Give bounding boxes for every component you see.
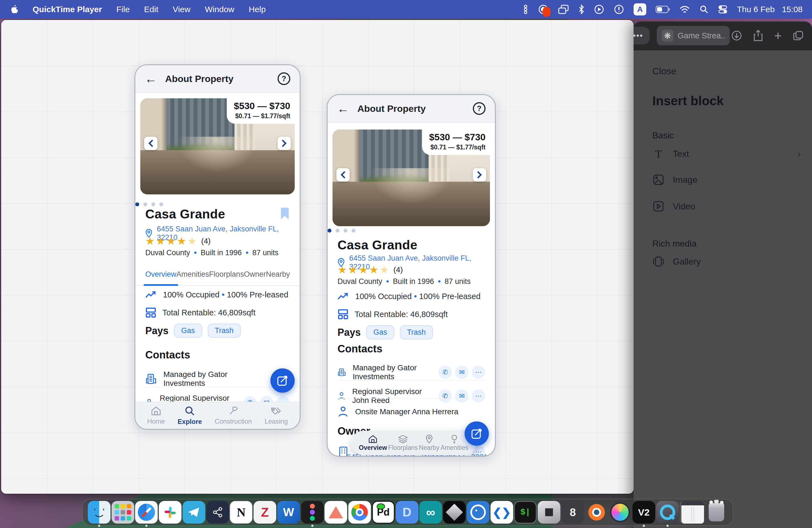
insert-item-image[interactable]: Image: [652, 174, 801, 186]
dock-blue-dev-app[interactable]: D: [396, 501, 418, 524]
dock-rhino-8[interactable]: 8: [562, 501, 584, 524]
dock-notion[interactable]: N: [230, 501, 252, 524]
bluetooth-icon[interactable]: [578, 3, 584, 15]
contact-row-onsite[interactable]: Onsite Manager Anna Herrera: [337, 406, 485, 417]
compose-fab-button[interactable]: [465, 421, 489, 446]
dock-telegram[interactable]: [183, 501, 205, 524]
menu-file[interactable]: File: [116, 5, 130, 14]
tab-nearby[interactable]: Nearby: [266, 270, 290, 280]
tab-owner[interactable]: Owner: [244, 270, 266, 280]
carousel-prev-button[interactable]: [336, 168, 350, 181]
carousel-prev-button[interactable]: [144, 137, 157, 150]
call-icon[interactable]: ✆: [439, 390, 452, 402]
apple-icon[interactable]: [11, 3, 18, 15]
carousel-dots[interactable]: [135, 202, 163, 206]
dock-trash[interactable]: [705, 501, 728, 524]
dock-word[interactable]: W: [277, 501, 300, 524]
wifi-icon[interactable]: [679, 3, 690, 15]
dock-chrome[interactable]: [348, 501, 371, 524]
price-overlay: $530 — $730 $0.71 — $1.77/sqft: [422, 130, 490, 155]
chip-trash[interactable]: Trash: [208, 324, 241, 338]
menu-app-name[interactable]: QuickTime Player: [33, 5, 102, 14]
input-source-icon[interactable]: A: [634, 3, 646, 15]
dock-design-app[interactable]: [324, 501, 347, 524]
menu-edit[interactable]: Edit: [144, 5, 159, 14]
compose-fab-button[interactable]: [271, 368, 295, 393]
figma-status-icon[interactable]: [523, 3, 528, 15]
carousel-next-button[interactable]: [278, 137, 291, 150]
browser-tab[interactable]: ❋ Game Strea...: [657, 26, 730, 45]
dock-gradient-orb-app[interactable]: [609, 501, 632, 524]
dock-minimized-window[interactable]: [681, 501, 704, 524]
carousel-next-button[interactable]: [473, 168, 486, 181]
more-actions-icon[interactable]: ⋯: [472, 390, 485, 402]
back-arrow-icon[interactable]: ←: [337, 102, 349, 115]
menu-window[interactable]: Window: [205, 5, 234, 14]
dock-pure-data[interactable]: Pd: [372, 501, 395, 524]
dock-sphere-app[interactable]: [467, 501, 489, 524]
back-arrow-icon[interactable]: ←: [145, 73, 157, 85]
nav-explore[interactable]: Explore: [178, 406, 202, 426]
chip-trash[interactable]: Trash: [400, 325, 433, 339]
chip-gas[interactable]: Gas: [174, 324, 202, 338]
nav-overview[interactable]: Overview: [359, 435, 387, 452]
nav-amenities[interactable]: Amenities: [440, 435, 468, 452]
dock-unity[interactable]: [538, 501, 561, 524]
dock-prism-app[interactable]: [443, 501, 466, 524]
screen-recording-icon[interactable]: [538, 3, 549, 15]
dock-terminal[interactable]: $|: [514, 501, 537, 524]
play-status-icon[interactable]: [594, 3, 604, 15]
downloads-icon[interactable]: [731, 30, 742, 42]
dock-slack[interactable]: [159, 501, 182, 524]
carousel-dots[interactable]: [328, 229, 356, 233]
design-canvas[interactable]: ← About Property ? $530 — $730 $0.71 — $…: [1, 20, 634, 494]
mail-icon[interactable]: ✉: [455, 366, 468, 379]
dock-finder[interactable]: [88, 501, 111, 524]
menu-clock[interactable]: Thu 6 Feb 15:08: [737, 5, 802, 14]
nav-home[interactable]: Home: [147, 406, 165, 425]
share-icon[interactable]: [753, 30, 763, 42]
nav-leasing[interactable]: Leasing: [265, 406, 288, 425]
more-actions-icon[interactable]: ⋯: [472, 366, 485, 379]
help-icon[interactable]: ?: [473, 102, 485, 115]
display-mirroring-icon[interactable]: [558, 3, 569, 15]
tab-switcher-icon[interactable]: [793, 30, 804, 42]
chip-gas[interactable]: Gas: [366, 325, 394, 339]
bookmark-icon[interactable]: [280, 207, 290, 221]
tab-overview[interactable]: Overview: [145, 270, 176, 280]
tab-floorplans[interactable]: Floorplans: [209, 270, 244, 280]
call-icon[interactable]: ✆: [439, 366, 452, 379]
tab-overflow-button[interactable]: •••: [634, 27, 650, 44]
close-link[interactable]: Close: [652, 66, 677, 76]
insert-item-gallery[interactable]: Gallery: [652, 256, 801, 267]
dock-safari[interactable]: [135, 501, 158, 524]
nav-nearby[interactable]: Nearby: [419, 435, 439, 452]
dock-graph-app[interactable]: [206, 501, 229, 524]
dock-launchpad[interactable]: [112, 501, 134, 524]
tab-amenities[interactable]: Amenities: [176, 270, 209, 280]
nav-floorplans[interactable]: Floorplans: [388, 435, 418, 452]
spotlight-search-icon[interactable]: [699, 3, 709, 15]
dock-zotero[interactable]: Z: [253, 501, 276, 524]
mail-icon[interactable]: ✉: [455, 390, 468, 402]
dock-blender[interactable]: [585, 501, 608, 524]
control-center-icon[interactable]: [718, 3, 727, 15]
contact-row-management[interactable]: Managed by Gator Investments ✆: [145, 370, 290, 388]
dock-arduino[interactable]: ∞: [419, 501, 442, 524]
total-rentable-label: Total Rentable:: [162, 308, 216, 317]
contact-row-management[interactable]: Managed by Gator Investments ✆ ✉ ⋯: [337, 363, 485, 381]
time-machine-icon[interactable]: [614, 3, 624, 15]
dock-quicktime[interactable]: [656, 501, 679, 524]
dock-figma[interactable]: [301, 501, 324, 524]
menu-view[interactable]: View: [173, 5, 190, 14]
insert-item-text[interactable]: T Text ›: [652, 147, 801, 160]
new-tab-icon[interactable]: +: [774, 30, 782, 42]
help-icon[interactable]: ?: [278, 72, 290, 85]
dock-v2-cube-app[interactable]: V2: [633, 501, 655, 524]
insert-item-video[interactable]: Video: [652, 201, 801, 212]
menu-help[interactable]: Help: [249, 5, 266, 14]
nav-construction[interactable]: Construction: [215, 406, 252, 425]
battery-icon[interactable]: [656, 3, 670, 15]
dock-vscode[interactable]: ❮❯: [491, 501, 513, 524]
contact-row-supervisor[interactable]: Regional Supervisor John Reed ✆ ✉ ⋯: [337, 387, 485, 405]
